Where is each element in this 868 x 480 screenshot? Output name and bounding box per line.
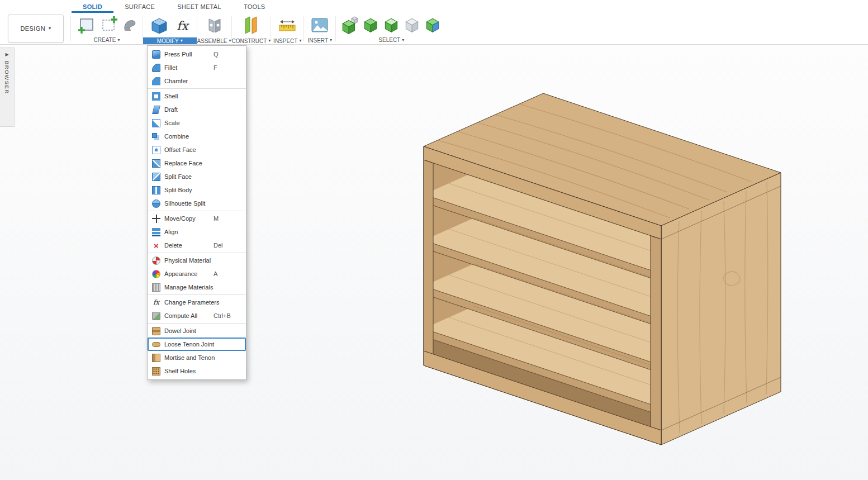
browser-panel-toggle[interactable]: ▶ BROWSER xyxy=(0,47,15,127)
menu-item-label: Move/Copy xyxy=(164,215,210,222)
tab-surface[interactable]: SURFACE xyxy=(113,0,166,13)
menu-item-loose-tenon-joint[interactable]: Loose Tenon Joint xyxy=(148,338,246,351)
menu-item-dowel-joint[interactable]: Dowel Joint xyxy=(148,324,246,338)
construct-plane-icon xyxy=(240,15,262,37)
group-label-text: INSERT xyxy=(308,37,329,44)
create-selection-button[interactable] xyxy=(98,15,120,36)
menu-item-compute-all[interactable]: Compute All Ctrl+B xyxy=(148,309,246,322)
viewport-canvas[interactable]: ▶ BROWSER Press Pull Q Fillet F Chamfer xyxy=(0,45,868,480)
select-group-icons xyxy=(336,13,447,36)
select-window-button[interactable] xyxy=(423,16,442,35)
caret-down-icon: ▾ xyxy=(299,39,301,43)
tab-solid[interactable]: SOLID xyxy=(72,0,113,13)
toolbar-group-label-select[interactable]: SELECT ▾ xyxy=(336,36,447,44)
select-component-button[interactable] xyxy=(402,16,421,35)
tab-label: SURFACE xyxy=(125,3,155,10)
create-form-icon xyxy=(122,15,137,35)
toolbar-group-label-create[interactable]: CREATE ▾ xyxy=(71,36,143,44)
menu-item-offset-face[interactable]: Offset Face xyxy=(148,143,246,156)
menu-item-shortcut: Del xyxy=(214,242,241,249)
insert-canvas-button[interactable] xyxy=(309,14,331,36)
menu-item-replace-face[interactable]: Replace Face xyxy=(148,156,246,170)
construct-group-icons xyxy=(235,13,267,37)
assemble-joint-button[interactable] xyxy=(202,14,226,37)
ribbon-tab-bar: SOLID SURFACE SHEET METAL TOOLS xyxy=(0,0,868,13)
menu-item-label: Mortise and Tenon xyxy=(164,354,215,361)
caret-down-icon: ▾ xyxy=(402,38,404,42)
menu-item-delete[interactable]: × Delete Del xyxy=(148,239,246,252)
select-body-button[interactable] xyxy=(340,16,359,35)
menu-item-label: Compute All xyxy=(164,312,210,319)
create-form-button[interactable] xyxy=(121,15,138,36)
menu-item-scale[interactable]: Scale xyxy=(148,116,246,130)
menu-item-silhouette-split[interactable]: Silhouette Split xyxy=(148,197,246,210)
tab-sheet-metal[interactable]: SHEET METAL xyxy=(166,0,233,13)
menu-item-shelf-holes[interactable]: Shelf Holes xyxy=(148,364,246,378)
dowel-joint-icon xyxy=(152,327,160,335)
group-label-text: INSPECT xyxy=(273,38,297,44)
menu-item-label: Draft xyxy=(164,106,210,113)
measure-button[interactable] xyxy=(276,14,299,37)
group-label-text: CREATE xyxy=(94,37,116,43)
toolbar-group-label-assemble[interactable]: ASSEMBLE ▾ xyxy=(197,37,231,44)
select-solid-button[interactable] xyxy=(361,16,380,35)
shelf-holes-icon xyxy=(152,367,160,376)
toolbar-group-label-construct[interactable]: CONSTRUCT ▾ xyxy=(232,37,271,44)
menu-item-align[interactable]: Align xyxy=(148,225,246,239)
menu-item-chamfer[interactable]: Chamfer xyxy=(148,74,246,88)
split-body-icon xyxy=(152,186,160,194)
menu-item-draft[interactable]: Draft xyxy=(148,103,246,116)
fx-icon: fx xyxy=(152,298,160,307)
menu-item-label: Shell xyxy=(164,93,210,99)
menu-separator xyxy=(148,211,246,211)
select-face-button[interactable] xyxy=(382,16,401,35)
menu-item-mortise-and-tenon[interactable]: Mortise and Tenon xyxy=(148,351,246,364)
model-wooden-shelf[interactable] xyxy=(0,45,868,479)
menu-item-shortcut: Q xyxy=(214,51,241,58)
toolbar-group-label-modify[interactable]: MODIFY ▾ xyxy=(143,37,197,44)
design-workspace-selector[interactable]: DESIGN ▾ xyxy=(8,15,64,42)
menu-item-press-pull[interactable]: Press Pull Q xyxy=(148,47,246,61)
construct-plane-button[interactable] xyxy=(239,14,263,37)
insert-image-icon xyxy=(309,15,330,36)
menu-item-label: Shelf Holes xyxy=(164,368,210,374)
menu-item-change-parameters[interactable]: fx Change Parameters xyxy=(148,296,246,309)
menu-separator xyxy=(148,88,246,89)
create-group-icons xyxy=(71,13,143,36)
menu-item-physical-material[interactable]: Physical Material xyxy=(148,254,246,267)
ribbon-toolbar: DESIGN ▾ xyxy=(0,13,868,45)
menu-item-label: Split Face xyxy=(164,173,210,180)
menu-item-split-body[interactable]: Split Body xyxy=(148,183,246,197)
browser-panel-label: BROWSER xyxy=(4,61,10,94)
caret-down-icon: ▾ xyxy=(330,38,332,42)
fx-icon: fx xyxy=(173,19,192,33)
menu-item-label: Physical Material xyxy=(164,257,211,264)
menu-item-appearance[interactable]: Appearance A xyxy=(148,267,246,281)
create-sketch-icon xyxy=(76,15,96,35)
change-parameters-button[interactable]: fx xyxy=(173,18,192,34)
create-sketch-button[interactable] xyxy=(75,15,97,36)
shell-icon xyxy=(152,92,160,101)
assemble-joint-icon xyxy=(203,15,225,37)
menu-item-move-copy[interactable]: Move/Copy M xyxy=(148,212,246,225)
left-stile[interactable] xyxy=(424,160,433,354)
select-component-icon xyxy=(403,16,421,34)
menu-item-fillet[interactable]: Fillet F xyxy=(148,61,246,74)
tab-tools[interactable]: TOOLS xyxy=(233,0,277,13)
menu-item-label: Loose Tenon Joint xyxy=(164,341,214,348)
toolbar-group-label-insert[interactable]: INSERT ▾ xyxy=(304,36,335,44)
right-stile[interactable] xyxy=(651,236,661,430)
menu-item-combine[interactable]: Combine xyxy=(148,130,246,143)
toolbar-group-select: SELECT ▾ xyxy=(336,13,447,44)
toolbar-group-label-inspect[interactable]: INSPECT ▾ xyxy=(271,37,303,44)
menu-item-split-face[interactable]: Split Face xyxy=(148,170,246,183)
toolbar-group-inspect: INSPECT ▾ xyxy=(271,13,303,44)
menu-item-label: Dowel Joint xyxy=(164,327,210,334)
menu-item-shell[interactable]: Shell xyxy=(148,89,246,103)
menu-item-manage-materials[interactable]: Manage Materials xyxy=(148,281,246,294)
menu-separator xyxy=(148,253,246,253)
press-pull-button[interactable] xyxy=(148,14,171,37)
menu-separator xyxy=(148,294,246,295)
menu-item-shortcut: A xyxy=(214,270,241,277)
align-icon xyxy=(152,228,160,236)
